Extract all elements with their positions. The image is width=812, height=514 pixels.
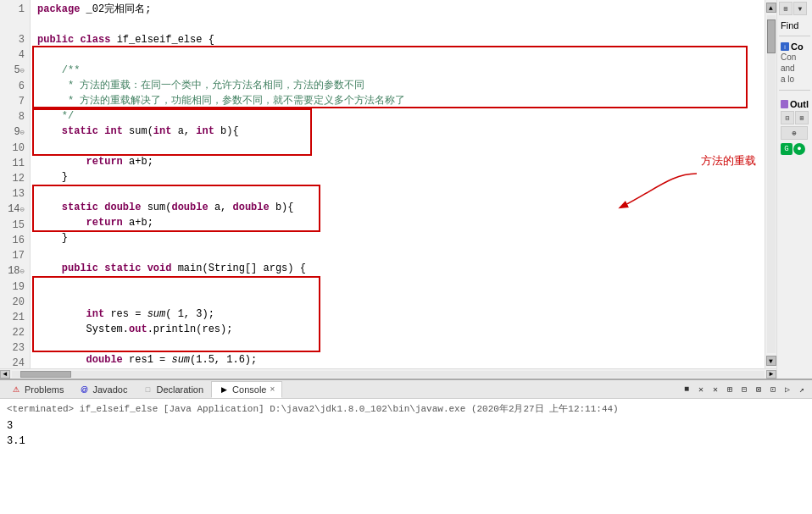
toolbar-btn-expand[interactable]: ↗ [795, 383, 809, 396]
vertical-scrollbar[interactable]: ▲ ▼ [765, 0, 776, 368]
tab-console-label: Console [232, 384, 266, 395]
line-num-10: 10 [5, 141, 25, 156]
co-header: i Co [781, 41, 809, 52]
code-line-13 [37, 185, 758, 200]
line-num-1: 1 [5, 2, 25, 17]
right-panel: ⊞ ▼ Find i Co Con and a lo Outl ⊟ [776, 0, 812, 379]
horizontal-scrollbar[interactable]: ◄ ► [0, 368, 776, 379]
toolbar-btn-pin[interactable]: ⊡ [766, 383, 780, 396]
console-close-btn[interactable]: × [270, 384, 275, 394]
outline-btn-1[interactable]: ⊟ [781, 111, 794, 124]
tab-javadoc-label: Javadoc [92, 384, 127, 395]
line-num-22: 22 [5, 325, 25, 340]
line-num-5: 5⊖ [5, 63, 25, 79]
editor-area: 1 2 3 4 5⊖ 6 7 8 9⊖ 10 11 12 13 14⊖ 15 1… [0, 0, 776, 379]
h-scroll-track[interactable] [12, 371, 765, 378]
co-text-3: a lo [781, 74, 809, 85]
scroll-up-btn[interactable]: ▲ [766, 3, 776, 13]
code-line-21: int res = sum( 1, 3); [37, 307, 758, 322]
code-line-7: * 方法的重载解决了，功能相同，参数不同，就不需要定义多个方法名称了 [37, 93, 758, 108]
tabs-toolbar: ■ ✕ ✕ ⊞ ⊟ ⊠ ⊡ ▷ ↗ [680, 383, 809, 396]
line-num-20: 20 [5, 295, 25, 310]
scroll-track[interactable] [767, 15, 776, 353]
code-line-23 [37, 337, 758, 352]
toolbar-btn-run[interactable]: ▷ [781, 383, 794, 396]
outline-item-1[interactable]: ⊕ [781, 126, 808, 140]
co-section: i Co Con and a lo [779, 40, 810, 86]
toolbar-btn-remove[interactable]: ✕ [709, 383, 722, 396]
console-icon: ▶ [219, 384, 229, 395]
code-line-16: } [37, 230, 758, 246]
outline-header: Outl [781, 99, 809, 109]
line-num-21: 21 [5, 310, 25, 325]
code-line-15: return a+b; [37, 215, 758, 230]
code-lines[interactable]: package _02完相同名; public class if_elseif_… [31, 0, 765, 368]
h-scroll-left-btn[interactable]: ◄ [0, 370, 10, 379]
line-numbers: 1 2 3 4 5⊖ 6 7 8 9⊖ 10 11 12 13 14⊖ 15 1… [0, 0, 31, 368]
bottom-area: ⚠ Problems @ Javadoc □ Declaration ▶ Con… [0, 379, 812, 514]
line-num-18: 18⊖ [5, 263, 25, 279]
toolbar-btn-clear[interactable]: ⊠ [752, 383, 765, 396]
line-num-7: 7 [5, 94, 25, 109]
outline-section: Outl ⊟ ⊞ ⊕ G ● [779, 97, 810, 157]
code-line-3: public class if_elseif_else { [37, 32, 758, 47]
co-title: Co [791, 41, 804, 52]
tab-problems-label: Problems [25, 384, 64, 395]
console-header: <terminated> if_elseif_else [Java Applic… [7, 402, 805, 415]
outline-buttons: ⊟ ⊞ [781, 111, 809, 124]
code-line-11: return a+b; [37, 154, 758, 169]
h-scroll-thumb[interactable] [20, 371, 71, 378]
line-num-9: 9⊖ [5, 124, 25, 141]
tab-javadoc[interactable]: @ Javadoc [71, 381, 135, 398]
divider-2 [779, 90, 810, 91]
divider-1 [779, 36, 810, 36]
line-num-23: 23 [5, 340, 25, 356]
line-num-4: 4 [5, 47, 25, 63]
main-area: 1 2 3 4 5⊖ 6 7 8 9⊖ 10 11 12 13 14⊖ 15 1… [0, 0, 812, 379]
outline-btn-2[interactable]: ⊞ [795, 111, 809, 124]
line-num-16: 16 [5, 233, 25, 248]
code-line-blank [37, 17, 758, 32]
find-label: Find [781, 20, 809, 30]
h-scroll-right-btn[interactable]: ► [766, 370, 776, 379]
toolbar-btn-paste[interactable]: ⊟ [737, 383, 751, 396]
code-line-9: static int sum(int a, int b){ [37, 124, 758, 139]
code-line-10 [37, 139, 758, 154]
outline-title: Outl [790, 99, 809, 109]
tab-declaration[interactable]: □ Declaration [135, 381, 211, 398]
line-num-6: 6 [5, 79, 25, 94]
tab-problems[interactable]: ⚠ Problems [3, 381, 71, 398]
panel-icon-1[interactable]: ⊞ [779, 2, 793, 15]
tabs-bar: ⚠ Problems @ Javadoc □ Declaration ▶ Con… [0, 380, 812, 399]
line-num-8: 8 [5, 109, 25, 124]
code-container: 1 2 3 4 5⊖ 6 7 8 9⊖ 10 11 12 13 14⊖ 15 1… [0, 0, 776, 368]
co-icon: i [781, 42, 789, 51]
code-line-18: public static void main(String[] args) { [37, 261, 758, 276]
panel-icon-2[interactable]: ▼ [793, 2, 807, 15]
line-num-13: 13 [5, 186, 25, 202]
co-text-2: and [781, 63, 809, 74]
problems-icon: ⚠ [11, 384, 21, 395]
code-line-8: */ [37, 108, 758, 124]
right-panel-icons: ⊞ ▼ [779, 2, 810, 15]
console-output: 3 3.1 [7, 418, 805, 449]
toolbar-btn-copy[interactable]: ⊞ [723, 383, 737, 396]
code-line-17 [37, 246, 758, 261]
scroll-down-btn[interactable]: ▼ [766, 356, 776, 366]
green-dot: ● [793, 143, 805, 155]
code-line-6: * 方法的重载：在同一个类中，允许方法名相同，方法的参数不同 [37, 78, 758, 93]
code-line-14: static double sum(double a, double b){ [37, 200, 758, 215]
toolbar-btn-terminate[interactable]: ✕ [694, 383, 708, 396]
green-icon: G [781, 143, 793, 155]
line-num-24: 24 [5, 356, 25, 368]
line-num-14: 14⊖ [5, 202, 25, 218]
scroll-thumb[interactable] [767, 19, 776, 53]
code-line-1: package _02完相同名; [37, 2, 758, 17]
code-line-12: } [37, 169, 758, 185]
find-section: Find [779, 19, 810, 32]
code-line-4 [37, 47, 758, 63]
co-text-1: Con [781, 52, 809, 63]
tab-console[interactable]: ▶ Console × [211, 381, 282, 398]
toolbar-btn-stop[interactable]: ■ [680, 383, 693, 396]
tab-declaration-label: Declaration [156, 384, 203, 395]
